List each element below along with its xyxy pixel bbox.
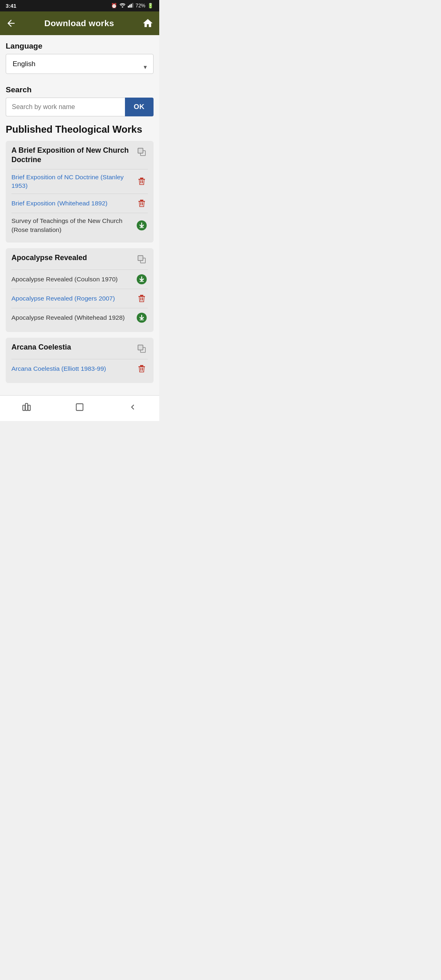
svg-rect-0: [128, 6, 129, 7]
search-ok-button[interactable]: OK: [125, 98, 154, 116]
language-label: Language: [6, 42, 154, 51]
work-copy-icon-2[interactable]: [136, 253, 148, 265]
work-item-text-3-1[interactable]: Arcana Coelestia (Elliott 1983-99): [11, 364, 136, 373]
nav-back[interactable]: [125, 400, 141, 414]
work-header-3: Arcana Coelestia: [11, 343, 148, 355]
work-item-2-2: Apocalypse Revealed (Rogers 2007): [11, 289, 148, 308]
svg-rect-27: [140, 319, 144, 320]
work-item-text-2-2[interactable]: Apocalypse Revealed (Rogers 2007): [11, 294, 136, 303]
search-row: OK: [6, 98, 154, 116]
download-icon-2-1[interactable]: [136, 273, 148, 285]
svg-rect-16: [140, 227, 144, 228]
delete-icon-2-2[interactable]: [136, 292, 148, 305]
svg-rect-37: [28, 405, 31, 410]
work-card-3: Arcana Coelestia Arcana Coelestia (Ellio…: [6, 338, 154, 383]
nav-home[interactable]: [71, 400, 88, 414]
battery-icon: 🔋: [147, 3, 154, 9]
svg-rect-13: [138, 201, 145, 202]
work-card-2: Apocalypse Revealed Apocalypse Revealed …: [6, 248, 154, 332]
svg-rect-23: [142, 297, 143, 301]
work-header-2: Apocalypse Revealed: [11, 253, 148, 265]
svg-rect-14: [140, 200, 143, 201]
work-item-2-1: Apocalypse Revealed (Coulson 1970): [11, 270, 148, 289]
work-item-3-1: Arcana Coelestia (Elliott 1983-99): [11, 359, 148, 378]
work-copy-icon-3[interactable]: [136, 343, 148, 355]
signal-icon: [128, 3, 134, 9]
app-bar: Download works: [0, 11, 159, 35]
works-list: A Brief Exposition of New Church Doctrin…: [6, 141, 154, 383]
svg-rect-30: [138, 345, 143, 350]
svg-rect-25: [140, 295, 143, 296]
alarm-icon: ⏰: [111, 3, 117, 9]
svg-rect-12: [142, 202, 143, 205]
language-select[interactable]: English French German Spanish: [6, 54, 154, 74]
svg-rect-35: [23, 405, 25, 410]
svg-rect-7: [140, 180, 141, 183]
svg-rect-1: [129, 4, 130, 7]
work-title-3: Arcana Coelestia: [11, 343, 136, 352]
svg-rect-34: [140, 365, 143, 366]
wifi-icon: [119, 3, 126, 9]
status-icons: ⏰ 72% 🔋: [111, 3, 154, 9]
delete-icon-1-1[interactable]: [136, 175, 148, 187]
work-item-text-2-1: Apocalypse Revealed (Coulson 1970): [11, 275, 136, 284]
back-button[interactable]: [6, 18, 16, 29]
download-icon-2-3[interactable]: [136, 312, 148, 324]
svg-rect-3: [132, 3, 133, 7]
work-item-text-1-2[interactable]: Brief Exposition (Whitehead 1892): [11, 199, 136, 208]
work-item-2-3: Apocalypse Revealed (Whitehead 1928): [11, 308, 148, 327]
svg-rect-36: [25, 403, 28, 410]
svg-rect-38: [76, 403, 83, 410]
status-bar: 3:41 ⏰ 72% 🔋: [0, 0, 159, 11]
svg-rect-11: [140, 202, 141, 205]
svg-rect-2: [131, 4, 132, 7]
delete-icon-1-2[interactable]: [136, 197, 148, 209]
section-title: Published Theological Works: [6, 124, 154, 135]
work-item-1-2: Brief Exposition (Whitehead 1892): [11, 194, 148, 213]
work-item-1-3: Survey of Teachings of the New Church (R…: [11, 213, 148, 237]
home-button[interactable]: [142, 18, 154, 29]
work-item-text-2-3: Apocalypse Revealed (Whitehead 1928): [11, 313, 136, 322]
svg-rect-33: [138, 366, 145, 367]
download-icon-1-3[interactable]: [136, 219, 148, 232]
svg-rect-21: [140, 281, 144, 282]
page-title: Download works: [44, 18, 114, 28]
svg-rect-31: [140, 368, 141, 371]
work-item-text-1-3: Survey of Teachings of the New Church (R…: [11, 216, 136, 234]
nav-recent-apps[interactable]: [18, 400, 35, 414]
main-content: Language English French German Spanish S…: [0, 35, 159, 395]
work-card-1: A Brief Exposition of New Church Doctrin…: [6, 141, 154, 243]
svg-rect-8: [142, 180, 143, 183]
work-item-text-1-1[interactable]: Brief Exposition of NC Doctrine (Stanley…: [11, 173, 136, 190]
work-title-1: A Brief Exposition of New Church Doctrin…: [11, 146, 136, 165]
work-title-2: Apocalypse Revealed: [11, 253, 136, 263]
svg-rect-22: [140, 297, 141, 301]
svg-rect-19: [138, 256, 143, 261]
language-select-wrapper[interactable]: English French German Spanish: [6, 54, 154, 80]
bottom-nav: [0, 395, 159, 421]
work-copy-icon-1[interactable]: [136, 146, 148, 158]
svg-rect-24: [138, 296, 145, 297]
work-header-1: A Brief Exposition of New Church Doctrin…: [11, 146, 148, 165]
svg-rect-32: [142, 368, 143, 371]
svg-rect-6: [138, 148, 143, 153]
delete-icon-3-1[interactable]: [136, 363, 148, 375]
search-label: Search: [6, 85, 154, 94]
search-input[interactable]: [6, 98, 125, 116]
svg-rect-9: [138, 179, 145, 180]
battery-text: 72%: [136, 3, 145, 9]
work-item-1-1: Brief Exposition of NC Doctrine (Stanley…: [11, 169, 148, 194]
status-time: 3:41: [6, 3, 16, 9]
svg-rect-10: [140, 178, 143, 179]
